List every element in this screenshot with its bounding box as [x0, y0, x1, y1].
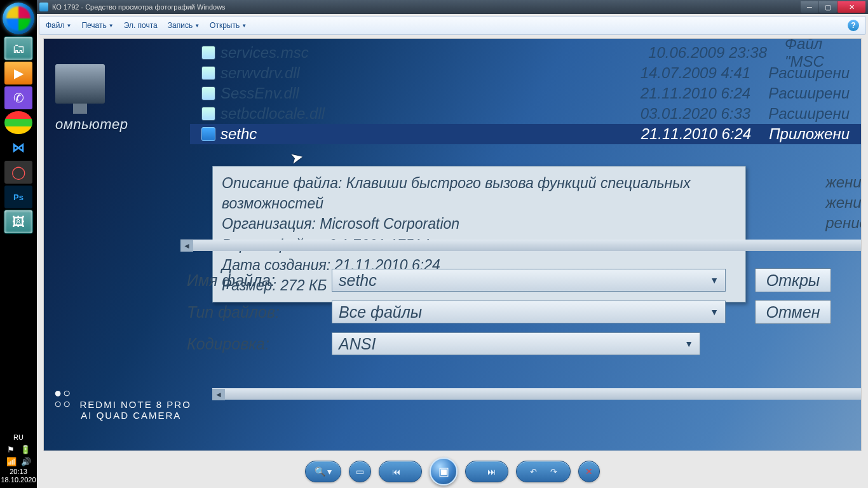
file-icon — [201, 66, 215, 80]
maximize-button[interactable]: ▢ — [819, 1, 837, 13]
open-button[interactable]: Откры — [755, 268, 831, 292]
rotate-cw-button[interactable]: ↷ — [546, 464, 561, 479]
filename-field[interactable]: sethc — [332, 269, 726, 292]
titlebar[interactable]: КО 1792 - Средство просмотра фотографий … — [37, 0, 868, 14]
taskbar-tray: RU ⚑🔋 📶🔊 20:13 18.10.2020 — [0, 431, 37, 488]
start-orb[interactable] — [3, 3, 34, 34]
menu-file[interactable]: Файл — [46, 21, 71, 30]
help-icon[interactable]: ? — [848, 20, 859, 31]
file-name: setbcdlocale.dll — [220, 105, 578, 123]
photo-viewer-window: КО 1792 - Средство просмотра фотографий … — [37, 0, 868, 488]
viewer-controlbar: 🔍 ▾ ▭ ⏮ ▣ ⏭ ↶ ↷ ✕ — [37, 455, 868, 488]
cancel-button[interactable]: Отмен — [755, 300, 831, 324]
photo-content: омпьютер services.msc10.06.2009 23:38Фай… — [44, 39, 861, 451]
tray-network-icon[interactable]: 📶 — [6, 457, 17, 466]
rotate-ccw-button[interactable]: ↶ — [526, 464, 541, 479]
actual-size-button[interactable]: ▭ — [349, 461, 371, 482]
file-name: serwvdrv.dll — [220, 64, 578, 82]
desktop-computer-icon: омпьютер — [55, 64, 128, 133]
tray-volume-icon[interactable]: 🔊 — [21, 457, 31, 466]
file-icon — [201, 86, 215, 100]
taskbar: 🗂 ▶ ✆ ⋈ ◯ Ps 🖼 RU ⚑🔋 📶🔊 20:13 18.10.2020 — [0, 0, 37, 488]
file-icon — [201, 107, 215, 121]
next-group: ⏭ — [465, 461, 508, 482]
file-type: Приложени — [751, 125, 850, 143]
file-type: Расширени — [750, 105, 850, 123]
file-name: SessEnv.dll — [220, 85, 578, 102]
language-indicator[interactable]: RU — [0, 431, 37, 444]
filetype-label: Тип файлов: — [187, 303, 320, 322]
dialog-scrollbar[interactable]: ◄ — [212, 388, 861, 400]
filetype-field[interactable]: Все файлы — [332, 301, 726, 323]
photo-watermark: ●○○○ REDMI NOTE 8 PRO AI QUAD CAMERA — [54, 388, 191, 421]
file-name: services.msc — [220, 44, 589, 62]
file-row[interactable]: services.msc10.06.2009 23:38Файл "MSC — [190, 43, 861, 63]
menubar: Файл Печать Эл. почта Запись Открыть ? — [39, 16, 866, 35]
dialog-form: Имя файла: sethc Откры Тип файлов: Все ф… — [187, 264, 861, 360]
photo-stage: омпьютер services.msc10.06.2009 23:38Фай… — [43, 38, 862, 451]
tray-flag-icon[interactable]: ⚑ — [7, 445, 15, 454]
file-list: services.msc10.06.2009 23:38Файл "MSCser… — [190, 43, 861, 144]
delete-button[interactable]: ✕ — [578, 461, 600, 482]
file-type: Расширени — [750, 85, 850, 102]
zoom-control[interactable]: 🔍 ▾ — [305, 461, 342, 482]
menu-email[interactable]: Эл. почта — [124, 21, 158, 30]
file-date: 10.06.2009 23:38 — [589, 44, 767, 62]
clock-date[interactable]: 18.10.2020 — [0, 476, 37, 484]
window-title: КО 1792 - Средство просмотра фотографий … — [52, 3, 800, 11]
tray-battery-icon[interactable]: 🔋 — [20, 445, 31, 454]
taskbar-chrome-icon[interactable] — [4, 111, 32, 134]
prev-next-group: ⏮ — [379, 461, 422, 482]
menu-burn[interactable]: Запись — [168, 21, 200, 30]
minimize-button[interactable]: ─ — [801, 1, 818, 13]
taskbar-photoshop-icon[interactable]: Ps — [4, 186, 32, 208]
file-icon — [201, 46, 215, 60]
close-button[interactable]: ✕ — [837, 1, 865, 13]
taskbar-opera-icon[interactable]: ◯ — [4, 161, 32, 184]
file-icon — [201, 127, 215, 141]
slideshow-button[interactable]: ▣ — [430, 458, 458, 485]
file-list-scrollbar[interactable]: ◄ — [180, 240, 861, 251]
encoding-label: Кодировка: — [187, 335, 320, 353]
file-date: 21.11.2010 6:24 — [578, 125, 751, 143]
taskbar-media-icon[interactable]: ▶ — [4, 62, 32, 85]
taskbar-photoviewer-icon[interactable]: 🖼 — [4, 210, 32, 233]
filename-label: Имя файла: — [187, 271, 320, 290]
taskbar-vscode-icon[interactable]: ⋈ — [4, 136, 32, 159]
next-button[interactable]: ⏭ — [484, 464, 499, 479]
file-date: 21.11.2010 6:24 — [578, 85, 751, 102]
file-row[interactable]: SessEnv.dll21.11.2010 6:24Расширени — [190, 83, 861, 104]
taskbar-explorer-icon[interactable]: 🗂 — [4, 37, 32, 60]
file-type: Расширени — [750, 64, 850, 82]
file-date: 14.07.2009 4:41 — [578, 64, 751, 82]
menu-open[interactable]: Открыть — [210, 21, 247, 30]
file-name: sethc — [220, 125, 578, 143]
menu-print[interactable]: Печать — [81, 21, 113, 30]
encoding-field[interactable]: ANSI — [332, 332, 700, 355]
file-row[interactable]: serwvdrv.dll14.07.2009 4:41Расширени — [190, 63, 861, 83]
file-row[interactable]: sethc21.11.2010 6:24Приложени — [190, 124, 861, 144]
taskbar-viber-icon[interactable]: ✆ — [4, 86, 32, 109]
prev-button[interactable]: ⏮ — [388, 464, 403, 479]
file-date: 03.01.2020 6:33 — [578, 105, 751, 123]
window-icon — [39, 3, 48, 11]
file-row[interactable]: setbcdlocale.dll03.01.2020 6:33Расширени — [190, 104, 861, 124]
mouse-cursor-icon: ➤ — [288, 147, 304, 168]
rotate-group: ↶ ↷ — [516, 461, 571, 482]
clock-time[interactable]: 20:13 — [0, 468, 37, 476]
